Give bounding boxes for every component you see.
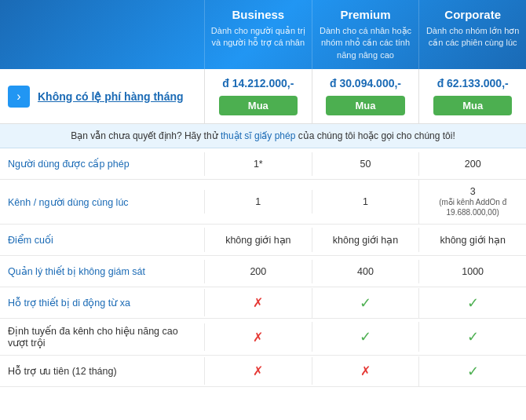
- header-left-spacer: [0, 0, 204, 69]
- cross-icon: ✗: [253, 364, 263, 378]
- feature-row: Định tuyến đa kênh cho hiệu năng cao vượ…: [0, 319, 526, 356]
- feature-val-business-3: 200: [204, 260, 312, 283]
- buy-button-business[interactable]: Mua: [219, 96, 298, 115]
- premium-price: đ 30.094.000,-: [330, 77, 401, 89]
- feature-note-corporate-1: (mỗi kênh AddOn đ 19.688.000,00): [423, 197, 522, 217]
- check-icon: ✓: [467, 363, 479, 379]
- feature-name-6: Hỗ trợ ưu tiên (12 tháng): [0, 359, 204, 383]
- check-icon: ✓: [467, 329, 479, 345]
- page-container: Business Dành cho người quản trị và ngườ…: [0, 0, 526, 387]
- feature-val-premium-2: không giới hạn: [312, 228, 419, 252]
- feature-link-3[interactable]: Quản lý thiết bị không giám sát: [8, 266, 145, 277]
- feature-val-business-0: 1*: [204, 152, 312, 176]
- feature-val-corporate-6: ✓: [418, 356, 526, 386]
- feature-row: Kênh / người dùng cùng lúc113(mỗi kênh A…: [0, 180, 526, 225]
- feature-link-4[interactable]: Hỗ trợ thiết bị di động từ xa: [8, 298, 130, 309]
- feature-val-business-6: ✗: [204, 357, 312, 385]
- col-header-premium: Premium Dành cho cá nhân hoặc nhóm nhỏ c…: [312, 0, 419, 69]
- feature-val-corporate-4: ✓: [418, 288, 526, 318]
- col-header-business: Business Dành cho người quản trị và ngườ…: [204, 0, 312, 69]
- feature-val-premium-0: 50: [312, 152, 419, 176]
- feature-val-business-1: 1: [204, 190, 312, 214]
- feature-val-business-5: ✗: [204, 323, 312, 351]
- feature-name-2: Điểm cuối: [0, 228, 204, 252]
- feature-row: Hỗ trợ thiết bị di động từ xa✗✓✓: [0, 287, 526, 319]
- feature-name-4: Hỗ trợ thiết bị di động từ xa: [0, 290, 204, 315]
- price-col-premium: đ 30.094.000,- Mua: [312, 69, 419, 123]
- feature-val-business-4: ✗: [204, 289, 312, 316]
- advisory-row: Bạn vẫn chưa quyết định? Hãy thử thuật s…: [0, 124, 526, 148]
- price-left-area: › Không có lệ phí hàng tháng: [0, 69, 204, 123]
- plan-header: Business Dành cho người quản trị và ngườ…: [0, 0, 526, 69]
- no-monthly-fee-label: Không có lệ phí hàng tháng: [38, 89, 184, 104]
- feature-row: Người dùng được cấp phép1*50200: [0, 148, 526, 180]
- feature-name-5: Định tuyến đa kênh cho hiệu năng cao vượ…: [0, 319, 204, 355]
- feature-val-premium-6: ✗: [312, 357, 419, 385]
- price-row: › Không có lệ phí hàng tháng đ 14.212.00…: [0, 69, 526, 124]
- feature-val-corporate-0: 200: [418, 152, 526, 176]
- feature-val-premium-5: ✓: [312, 322, 419, 352]
- buy-button-corporate[interactable]: Mua: [433, 96, 513, 115]
- feature-val-corporate-2: không giới hạn: [418, 228, 526, 252]
- feature-val-premium-3: 400: [312, 260, 419, 283]
- feature-row: Điểm cuốikhông giới hạnkhông giới hạnkhô…: [0, 225, 526, 256]
- check-icon: ✓: [467, 295, 479, 311]
- feature-row: Hỗ trợ ưu tiên (12 tháng)✗✗✓: [0, 356, 526, 387]
- feature-name-1: Kênh / người dùng cùng lúc: [0, 190, 204, 214]
- price-col-corporate: đ 62.133.000,- Mua: [418, 69, 526, 123]
- feature-name-3: Quản lý thiết bị không giám sát: [0, 259, 204, 283]
- feature-val-corporate-3: 1000: [418, 260, 526, 283]
- arrow-button[interactable]: ›: [8, 86, 30, 108]
- feature-link-2[interactable]: Điểm cuối: [8, 235, 53, 246]
- cross-icon: ✗: [360, 364, 371, 378]
- feature-link-1[interactable]: Kênh / người dùng cùng lúc: [8, 197, 129, 208]
- feature-val-premium-4: ✓: [312, 288, 419, 318]
- business-price: đ 14.212.000,-: [222, 77, 294, 89]
- buy-button-premium[interactable]: Mua: [326, 96, 405, 115]
- cross-icon: ✗: [253, 296, 263, 309]
- feature-table: Người dùng được cấp phép1*50200Kênh / ng…: [0, 148, 526, 387]
- col-header-corporate: Corporate Dành cho nhóm lớn hơn cần các …: [418, 0, 526, 69]
- feature-row: Quản lý thiết bị không giám sát200400100…: [0, 256, 526, 287]
- feature-val-corporate-1: 3(mỗi kênh AddOn đ 19.688.000,00): [418, 180, 526, 224]
- feature-val-business-2: không giới hạn: [204, 228, 312, 252]
- check-icon: ✓: [360, 295, 371, 311]
- feature-val-corporate-5: ✓: [418, 322, 526, 352]
- price-col-business: đ 14.212.000,- Mua: [204, 69, 312, 123]
- corporate-price: đ 62.133.000,-: [437, 77, 509, 89]
- feature-link-0[interactable]: Người dùng được cấp phép: [8, 159, 130, 170]
- feature-val-premium-1: 1: [312, 190, 419, 214]
- license-wizard-link[interactable]: thuật sĩ giấy phép: [221, 130, 295, 141]
- cross-icon: ✗: [253, 331, 263, 344]
- check-icon: ✓: [360, 329, 371, 345]
- feature-name-0: Người dùng được cấp phép: [0, 152, 204, 176]
